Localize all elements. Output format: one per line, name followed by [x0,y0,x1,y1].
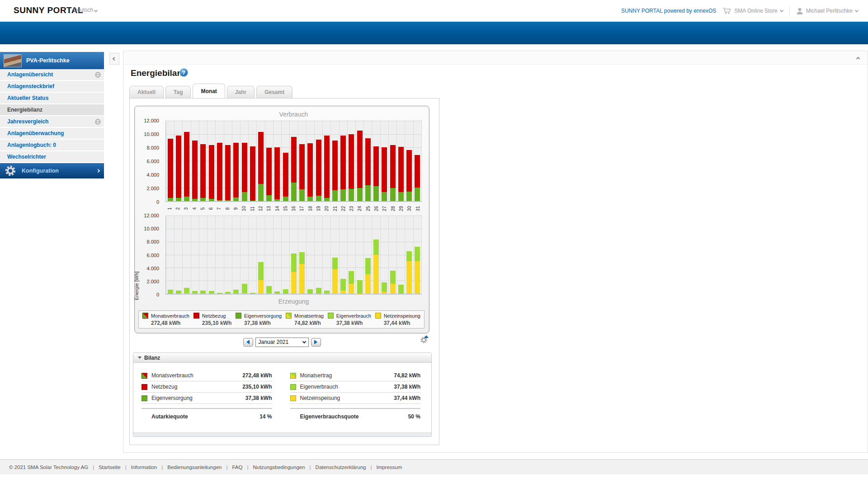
footer-separator: | [161,465,163,470]
content-top-strip [123,51,868,65]
collapse-sidebar-button[interactable] [109,53,119,65]
bilanz-row-label: Monatsverbrauch [151,372,242,379]
chart-settings-icon[interactable] [420,336,428,344]
bar-segment-netzbezug [283,153,288,197]
stacked-bar [291,121,297,201]
x-label-text: 27 [382,206,387,211]
bilanz-row-eigenversorgung: Eigenversorgung37,38 kWh [142,393,272,404]
tab-monat[interactable]: Monat [193,84,225,98]
user-menu[interactable]: Michael Perlitschke [796,7,858,15]
y-axis-label: Energie [Wh] [134,272,139,300]
bar-segment-eigenversorgung [349,189,354,201]
x-label-day-19: 19 [314,203,322,215]
y-tick-label: 10.000 [144,226,159,231]
footer-link-nutzungsbedingungen[interactable]: Nutzungsbedingungen [253,465,305,470]
bar-slot-day-2 [174,121,182,201]
x-label-day-21: 21 [331,203,339,215]
bilanz-row-netzeinspeisung: Netzeinspeisung37,44 kWh [290,393,421,404]
x-label-day-22: 22 [339,203,347,215]
bar-segment-eigenversorgung [225,200,231,201]
legend-item-eigenversorgung: Eigenversorgung37,38 kWh [236,312,282,327]
bar-segment-eigenversorgung [390,188,396,201]
bar-segment-eigenverbrauch [225,292,231,294]
bar-segment-eigenversorgung [176,198,181,201]
sidebar-item-anlagen-berwachung[interactable]: Anlagenüberwachung [0,128,104,140]
sidebar-item-anlagenlogbuch-0[interactable]: Anlagenlogbuch: 0 [0,140,104,151]
x-label-text: 3 [184,207,189,210]
powered-by-ennexos-link[interactable]: SUNNY PORTAL powered by ennexOS [621,8,716,14]
bar-slot-day-14 [273,121,281,201]
erzeugung-plot [165,216,422,295]
bar-segment-netzbezug [200,144,206,198]
language-selector[interactable]: Deutsch [73,7,97,13]
x-label-text: 26 [374,206,379,211]
previous-month-button[interactable] [243,338,253,347]
bar-segment-eigenverbrauch [176,291,181,294]
x-label-day-15: 15 [281,203,289,215]
legend-label: Netzeinspeisung [384,313,420,319]
x-label-text: 4 [192,207,197,210]
x-label-text: 23 [349,206,354,211]
bar-segment-netzbezug [217,143,222,200]
bar-slot-day-3 [182,121,190,201]
bilanz-chip-cell [142,395,151,401]
tab-aktuell[interactable]: Aktuell [129,86,164,98]
bar-segment-eigenverbrauch [283,289,288,294]
sidebar-item-aktueller-status[interactable]: Aktueller Status [0,93,104,104]
bar-slot-day-5 [199,121,207,201]
bar-slot-day-2 [174,216,182,294]
footer-link-faq[interactable]: FAQ [232,465,242,470]
bar-slot-day-18 [306,216,314,294]
bilanz-header[interactable]: Bilanz [133,353,431,363]
x-label-day-29: 29 [397,203,405,215]
sidebar-item-anlagensteckbrief[interactable]: Anlagensteckbrief [0,81,104,93]
x-label-text: 22 [341,206,346,211]
color-chip-icon [142,373,147,379]
bar-segment-eigenversorgung [373,186,379,201]
stacked-bar [192,121,198,201]
sidebar-item-jahresvergleich[interactable]: Jahresvergleich [0,116,104,128]
sma-online-store-link[interactable]: SMA Online Store [722,7,783,14]
verbrauch-plot [165,121,422,202]
footer-link-impressum[interactable]: Impressum [376,465,402,470]
bar-segment-netzbezug [382,147,387,192]
tab-gesamt[interactable]: Gesamt [256,86,292,98]
footer-link-startseite[interactable]: Startseite [99,465,121,470]
help-icon[interactable]: ? [179,68,188,77]
bar-slot-day-9 [232,216,240,294]
bar-segment-netzbezug [176,136,181,198]
bar-slot-day-28 [388,216,396,294]
x-label-day-26: 26 [372,203,380,215]
legend-chip-icon [286,313,292,319]
footer-link-information[interactable]: Information [131,465,157,470]
stacked-bar [274,216,280,294]
collapse-top-button[interactable] [852,53,864,62]
x-label-text: 13 [266,206,271,211]
x-label-day-1: 1 [165,203,174,215]
sidebar-item-anlagen-bersicht[interactable]: Anlagenübersicht [0,69,104,81]
plant-header[interactable]: PVA-Perlitschke [0,52,104,69]
bar-slot-day-10 [240,121,248,201]
footer-link-datenschutzerklärung[interactable]: Datenschutzerklärung [316,465,366,470]
bilanz-title: Bilanz [144,355,160,361]
sidebar-item-wechselrichter[interactable]: Wechselrichter [0,151,104,163]
legend-chip-icon [236,313,241,319]
x-label-day-30: 30 [406,203,414,215]
x-label-day-12: 12 [256,203,264,215]
month-select[interactable]: Januar 2021 [255,338,309,347]
legend-label: Monatsverbrauch [151,313,189,319]
tab-jahr[interactable]: Jahr [227,86,255,98]
bar-segment-netzeinspeisung [332,269,338,294]
next-month-button[interactable] [311,338,321,347]
x-label-text: 30 [407,206,412,211]
bar-segment-netzbezug [209,145,214,199]
top-right-nav: SUNNY PORTAL powered by ennexOS SMA Onli… [621,0,858,22]
footer-link-bedienungsanleitungen[interactable]: Bedienungsanleitungen [167,465,222,470]
bar-segment-netzbezug [168,139,173,198]
sidebar-item-energiebilanz[interactable]: Energiebilanz [0,104,104,116]
tab-tag[interactable]: Tag [165,86,191,98]
sidebar-item-konfiguration[interactable]: Konfiguration [0,163,104,178]
bar-slot-day-8 [224,216,232,294]
x-label-day-9: 9 [231,203,240,215]
x-label-text: 9 [233,207,238,210]
